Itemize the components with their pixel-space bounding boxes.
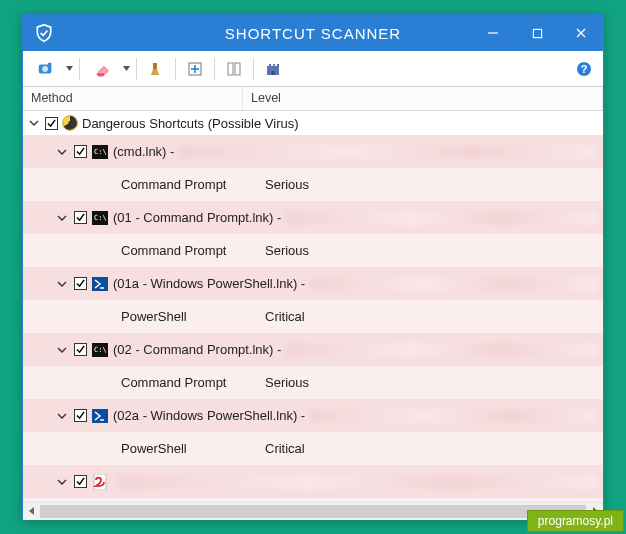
item-method: Command Prompt xyxy=(121,243,265,258)
toolbar: ? xyxy=(23,51,603,87)
svg-rect-6 xyxy=(48,62,52,65)
item-filename: (02 - Command Prompt.lnk) - xyxy=(113,342,281,357)
chevron-down-icon[interactable] xyxy=(55,211,69,225)
item-checkbox[interactable] xyxy=(74,343,87,356)
castle-button[interactable] xyxy=(260,56,286,82)
tree-item-row[interactable]: (01a - Windows PowerShell.lnk) - xyxy=(23,267,603,300)
column-method[interactable]: Method xyxy=(23,87,243,110)
item-filename: (01a - Windows PowerShell.lnk) - xyxy=(113,276,305,291)
svg-marker-10 xyxy=(123,66,130,71)
tree-root-row[interactable]: Dangerous Shortcuts (Possible Virus) xyxy=(23,111,603,135)
chevron-down-icon[interactable] xyxy=(55,145,69,159)
tree-item-detail: Command PromptSerious xyxy=(23,168,603,201)
item-level: Serious xyxy=(265,177,309,192)
item-method: PowerShell xyxy=(121,441,265,456)
item-filename: (02a - Windows PowerShell.lnk) - xyxy=(113,408,305,423)
chevron-down-icon[interactable] xyxy=(55,277,69,291)
item-checkbox[interactable] xyxy=(74,145,87,158)
svg-text:C:\: C:\ xyxy=(94,214,107,222)
scrollbar-thumb[interactable] xyxy=(40,505,586,518)
svg-point-21 xyxy=(68,121,72,125)
cmd-icon: C:\ xyxy=(92,342,108,358)
scroll-left-button[interactable] xyxy=(23,503,40,520)
svg-rect-9 xyxy=(97,73,104,75)
horizontal-scrollbar[interactable] xyxy=(23,502,603,519)
radioactive-icon xyxy=(62,115,78,131)
tree-item-row[interactable]: C:\(01 - Command Prompt.lnk) - xyxy=(23,201,603,234)
item-method: Command Prompt xyxy=(121,177,265,192)
svg-rect-11 xyxy=(153,63,157,69)
tree-item-detail: Command PromptSerious xyxy=(23,234,603,267)
root-label: Dangerous Shortcuts (Possible Virus) xyxy=(82,116,299,131)
item-checkbox[interactable] xyxy=(74,475,87,488)
svg-rect-1 xyxy=(533,29,541,37)
item-checkbox[interactable] xyxy=(74,409,87,422)
watermark: programosy.pl xyxy=(527,510,624,532)
redacted-path xyxy=(310,409,597,423)
tree-item xyxy=(23,465,603,502)
tree-item-detail: PowerShellCritical xyxy=(23,300,603,333)
item-level: Serious xyxy=(265,375,309,390)
minimize-button[interactable] xyxy=(471,15,515,51)
redacted-path xyxy=(286,343,597,357)
svg-rect-17 xyxy=(272,71,275,75)
svg-text:C:\: C:\ xyxy=(94,346,107,354)
erase-button[interactable] xyxy=(86,56,120,82)
tree-item-row[interactable] xyxy=(23,465,603,498)
redacted-path xyxy=(286,211,597,225)
columns-button[interactable] xyxy=(221,56,247,82)
svg-text:?: ? xyxy=(581,63,588,75)
item-filename: (cmd.lnk) - xyxy=(113,144,174,159)
maximize-button[interactable] xyxy=(515,15,559,51)
scan-button[interactable] xyxy=(29,56,63,82)
item-method: PowerShell xyxy=(121,309,265,324)
shield-icon xyxy=(33,22,55,44)
redacted-path xyxy=(118,475,597,489)
tree-item: (01a - Windows PowerShell.lnk) -PowerShe… xyxy=(23,267,603,333)
svg-marker-33 xyxy=(29,507,34,515)
column-level[interactable]: Level xyxy=(243,87,603,110)
svg-rect-15 xyxy=(228,63,233,75)
scan-dropdown[interactable] xyxy=(65,66,73,71)
tree-item: C:\(01 - Command Prompt.lnk) -Command Pr… xyxy=(23,201,603,267)
tree-item-detail xyxy=(23,498,603,502)
root-checkbox[interactable] xyxy=(45,117,58,130)
tree-item-row[interactable]: C:\(cmd.lnk) - xyxy=(23,135,603,168)
svg-text:C:\: C:\ xyxy=(94,148,107,156)
tree-item: (02a - Windows PowerShell.lnk) -PowerShe… xyxy=(23,399,603,465)
scrollbar-track[interactable] xyxy=(40,503,586,520)
column-headers: Method Level xyxy=(23,87,603,111)
ps-icon xyxy=(92,276,108,292)
chevron-down-icon[interactable] xyxy=(55,409,69,423)
help-button[interactable]: ? xyxy=(571,56,597,82)
chevron-down-icon[interactable] xyxy=(55,475,69,489)
pdf-icon xyxy=(92,474,108,490)
results-tree: Dangerous Shortcuts (Possible Virus) C:\… xyxy=(23,111,603,502)
cmd-icon: C:\ xyxy=(92,144,108,160)
svg-rect-16 xyxy=(235,63,240,75)
item-method: Command Prompt xyxy=(121,375,265,390)
item-checkbox[interactable] xyxy=(74,211,87,224)
tree-item: C:\(02 - Command Prompt.lnk) -Command Pr… xyxy=(23,333,603,399)
brush-button[interactable] xyxy=(143,56,169,82)
redacted-path xyxy=(310,277,597,291)
chevron-down-icon[interactable] xyxy=(55,343,69,357)
ps-icon xyxy=(92,408,108,424)
redacted-path xyxy=(179,145,597,159)
cmd-icon: C:\ xyxy=(92,210,108,226)
add-button[interactable] xyxy=(182,56,208,82)
app-window: SHORTCUT SCANNER xyxy=(22,14,604,520)
erase-dropdown[interactable] xyxy=(122,66,130,71)
item-level: Critical xyxy=(265,441,305,456)
titlebar: SHORTCUT SCANNER xyxy=(23,15,603,51)
tree-item-detail: Command PromptSerious xyxy=(23,366,603,399)
chevron-down-icon[interactable] xyxy=(27,116,41,130)
svg-point-5 xyxy=(42,66,48,72)
item-level: Critical xyxy=(265,309,305,324)
tree-item-row[interactable]: (02a - Windows PowerShell.lnk) - xyxy=(23,399,603,432)
item-checkbox[interactable] xyxy=(74,277,87,290)
tree-item-row[interactable]: C:\(02 - Command Prompt.lnk) - xyxy=(23,333,603,366)
close-button[interactable] xyxy=(559,15,603,51)
svg-marker-7 xyxy=(66,66,73,71)
item-level: Serious xyxy=(265,243,309,258)
